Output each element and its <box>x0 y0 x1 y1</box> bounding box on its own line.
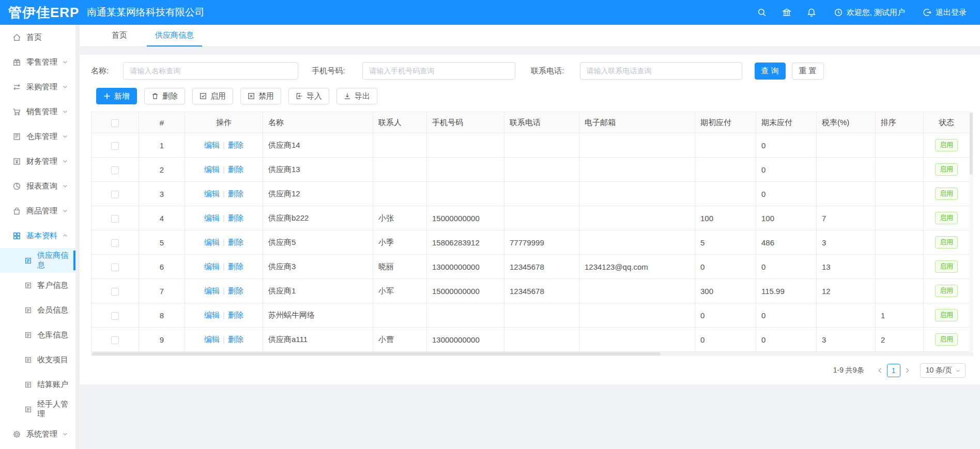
row-checkbox[interactable] <box>111 239 119 247</box>
sidebar-item-member-info[interactable]: 会员信息 <box>0 298 75 322</box>
cell-tax-rate: 7 <box>817 206 876 230</box>
row-checkbox[interactable] <box>111 336 119 344</box>
cell-tel <box>504 158 579 182</box>
cell-tel <box>504 328 579 352</box>
sidebar-item-reports[interactable]: 报表查询 <box>0 174 75 198</box>
app-logo: 管伊佳ERP <box>0 4 75 22</box>
row-checkbox[interactable] <box>111 264 119 271</box>
name-filter-input[interactable] <box>123 62 298 80</box>
sidebar-item-retail[interactable]: 零售管理 <box>0 50 75 74</box>
edit-link[interactable]: 编辑 <box>204 141 220 149</box>
cell-tel <box>504 303 579 328</box>
sidebar-scrollbar[interactable] <box>75 25 80 449</box>
sidebar-item-supplier-info[interactable]: 供应商信息 <box>0 248 75 273</box>
warehouse-icon <box>12 132 21 141</box>
edit-link[interactable]: 编辑 <box>204 213 220 222</box>
enable-button[interactable]: 启用 <box>192 88 233 104</box>
disable-button[interactable]: 禁用 <box>240 88 281 104</box>
page-size-select[interactable]: 10 条/页 <box>920 363 966 378</box>
search-button[interactable]: 查询 <box>755 63 786 80</box>
sidebar-item-settlement-account[interactable]: 结算账户 <box>0 372 75 397</box>
edit-link[interactable]: 编辑 <box>204 311 220 319</box>
cell-end-payable: 115.99 <box>756 279 817 303</box>
next-page-icon[interactable] <box>904 367 911 374</box>
sidebar-item-sales[interactable]: 销售管理 <box>0 99 75 124</box>
cell-tel: 12345678 <box>504 279 579 303</box>
chevron-down-icon <box>62 158 68 164</box>
doc-icon <box>24 306 32 314</box>
table-row: 9 编辑|删除 供应商a111 小曹 13000000000 0 0 3 2 启… <box>91 328 970 352</box>
delete-button[interactable]: 删除 <box>144 88 185 104</box>
cell-tel <box>504 206 579 230</box>
page-number-button[interactable]: 1 <box>887 364 900 377</box>
row-checkbox[interactable] <box>111 215 119 223</box>
table-row: 2 编辑|删除 供应商13 0 启用 <box>91 158 970 182</box>
row-checkbox[interactable] <box>111 312 119 320</box>
prev-page-icon[interactable] <box>877 367 884 374</box>
sidebar-item-warehouse[interactable]: 仓库管理 <box>0 124 75 149</box>
row-checkbox[interactable] <box>111 142 119 150</box>
delete-link[interactable]: 删除 <box>228 238 243 246</box>
cell-email <box>579 133 695 158</box>
edit-link[interactable]: 编辑 <box>204 262 220 271</box>
reset-button[interactable]: 重置 <box>792 63 824 80</box>
delete-link[interactable]: 删除 <box>228 165 243 174</box>
bank-icon[interactable] <box>782 8 791 17</box>
edit-link[interactable]: 编辑 <box>204 286 220 295</box>
cell-phone <box>427 303 504 328</box>
sidebar-item-finance[interactable]: 财务管理 <box>0 149 75 174</box>
cell-contact <box>373 303 427 328</box>
edit-link[interactable]: 编辑 <box>204 238 220 246</box>
x-square-icon <box>248 92 255 100</box>
export-button[interactable]: 导出 <box>336 88 377 104</box>
delete-link[interactable]: 删除 <box>228 335 243 344</box>
add-button[interactable]: 新增 <box>96 88 137 104</box>
sidebar-item-goods[interactable]: 商品管理 <box>0 198 75 223</box>
cell-begin-payable: 0 <box>695 328 756 352</box>
delete-link[interactable]: 删除 <box>228 311 243 319</box>
chevron-down-icon <box>62 431 68 437</box>
edit-link[interactable]: 编辑 <box>204 335 220 344</box>
sidebar-item-purchase[interactable]: 采购管理 <box>0 74 75 99</box>
tab-supplier-info[interactable]: 供应商信息 <box>147 25 202 47</box>
delete-link[interactable]: 删除 <box>228 213 243 222</box>
delete-link[interactable]: 删除 <box>228 262 243 271</box>
tab-home[interactable]: 首页 <box>103 25 135 47</box>
cell-email <box>579 328 695 352</box>
select-all-checkbox[interactable] <box>111 119 119 127</box>
main-area: 首页 供应商信息 名称: 手机号码: 联系电话: 查询 重置 新增 删除 <box>80 25 980 449</box>
sidebar-item-warehouse-info[interactable]: 仓库信息 <box>0 322 75 347</box>
delete-link[interactable]: 删除 <box>228 189 243 198</box>
content-card: 名称: 手机号码: 联系电话: 查询 重置 新增 删除 启用 <box>80 55 980 384</box>
welcome-user[interactable]: 欢迎您, 测试用户 <box>834 8 905 18</box>
tel-filter-input[interactable] <box>580 62 742 80</box>
table-horizontal-scrollbar[interactable] <box>91 352 973 356</box>
sidebar-item-home[interactable]: 首页 <box>0 25 75 50</box>
import-button[interactable]: 导入 <box>288 88 329 104</box>
chevron-down-icon <box>62 109 68 115</box>
cell-tax-rate: 3 <box>817 230 876 255</box>
sidebar-item-income-expense[interactable]: 收支项目 <box>0 347 75 372</box>
edit-link[interactable]: 编辑 <box>204 165 220 174</box>
search-icon[interactable] <box>757 8 767 17</box>
table-vertical-scrollbar[interactable] <box>969 112 973 351</box>
phone-filter-input[interactable] <box>362 62 515 80</box>
cell-name: 供应商3 <box>263 255 373 279</box>
sidebar-item-customer-info[interactable]: 客户信息 <box>0 273 75 298</box>
status-badge: 启用 <box>935 285 958 297</box>
delete-link[interactable]: 删除 <box>228 141 243 149</box>
sidebar-item-handler-mgmt[interactable]: 经手人管理 <box>0 397 75 422</box>
logout-button[interactable]: 退出登录 <box>923 8 967 18</box>
delete-link[interactable]: 删除 <box>228 286 243 295</box>
row-actions: 编辑|删除 <box>185 230 263 255</box>
bell-icon[interactable] <box>807 8 816 17</box>
cell-email <box>579 230 695 255</box>
cell-contact: 小曹 <box>373 328 427 352</box>
edit-link[interactable]: 编辑 <box>204 189 220 198</box>
table-body: 1 编辑|删除 供应商14 0 启用 2 编辑|删除 供应商13 0 启用 3 <box>91 133 970 352</box>
sidebar-item-system[interactable]: 系统管理 <box>0 422 75 446</box>
sidebar-item-basic-data[interactable]: 基本资料 <box>0 223 75 248</box>
row-checkbox[interactable] <box>111 288 119 296</box>
row-checkbox[interactable] <box>111 191 119 198</box>
row-checkbox[interactable] <box>111 166 119 174</box>
